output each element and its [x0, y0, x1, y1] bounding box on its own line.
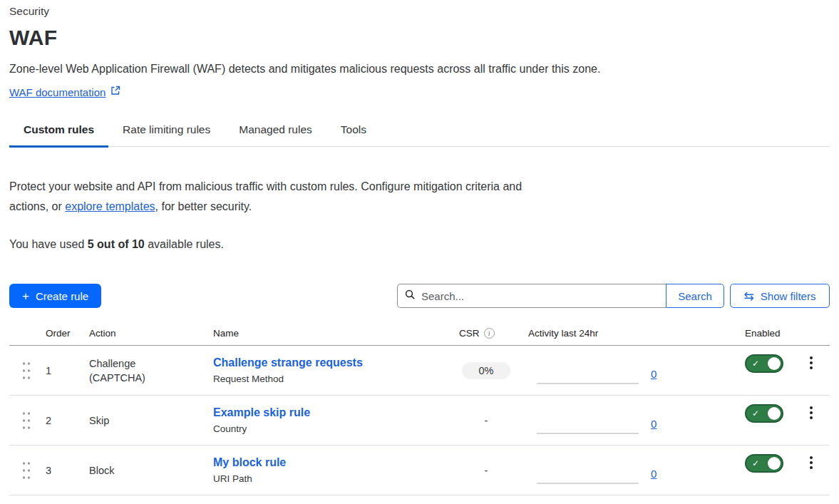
waf-documentation-link[interactable]: WAF documentation: [9, 86, 105, 98]
doc-link-row: WAF documentation: [9, 86, 830, 98]
rule-name-cell: My block rule URI Path: [213, 456, 459, 485]
show-filters-button[interactable]: ⇆ Show filters: [730, 284, 830, 308]
table-header-row: Order Action Name CSR i Activity last 24…: [9, 328, 830, 346]
usage-suffix: available rules.: [145, 238, 224, 250]
rule-order: 2: [46, 415, 89, 426]
search-icon: [405, 289, 416, 303]
csr-value: -: [485, 415, 488, 426]
rule-menu-cell: [804, 346, 830, 371]
toggle-knob: [768, 457, 781, 470]
header-menu-spacer: [804, 328, 830, 339]
tab-managed-rules[interactable]: Managed rules: [225, 123, 326, 146]
tab-bar: Custom rules Rate limiting rules Managed…: [9, 123, 830, 147]
tab-custom-rules[interactable]: Custom rules: [9, 123, 108, 146]
header-handle-spacer: [9, 328, 46, 339]
explore-templates-link[interactable]: explore templates: [65, 200, 155, 212]
header-enabled: Enabled: [745, 328, 804, 339]
create-rule-label: Create rule: [36, 290, 88, 302]
activity-sparkline: [537, 433, 639, 434]
enabled-toggle[interactable]: ✓: [745, 354, 783, 373]
drag-handle-icon: [21, 411, 31, 431]
drag-handle[interactable]: [9, 461, 46, 480]
info-icon[interactable]: i: [484, 328, 495, 339]
drag-handle[interactable]: [9, 361, 46, 381]
rule-csr-cell: -: [459, 464, 528, 477]
check-icon: ✓: [752, 458, 759, 468]
usage-summary: You have used 5 out of 10 available rule…: [9, 238, 830, 251]
usage-prefix: You have used: [9, 238, 88, 250]
rule-name-cell: Example skip rule Country: [213, 406, 459, 435]
rule-name-link[interactable]: Challenge strange requests: [213, 356, 459, 370]
rule-name-link[interactable]: Example skip rule: [213, 406, 459, 420]
usage-count: 5 out of 10: [88, 238, 145, 250]
check-icon: ✓: [752, 408, 759, 418]
activity-sparkline: [537, 383, 639, 384]
create-rule-button[interactable]: + Create rule: [9, 284, 101, 308]
breadcrumb: Security: [9, 4, 830, 19]
kebab-menu-button[interactable]: [805, 354, 817, 371]
header-order: Order: [46, 328, 89, 339]
toolbar: + Create rule Search ⇆ Show fil: [9, 284, 830, 308]
rule-name-link[interactable]: My block rule: [213, 456, 459, 470]
rule-enabled-cell: ✓: [745, 446, 804, 473]
header-name: Name: [213, 328, 459, 339]
search-input[interactable]: [421, 290, 659, 302]
intro-text: Protect your website and API from malici…: [9, 177, 538, 217]
intro-after: , for better security.: [155, 200, 252, 212]
rule-order: 3: [46, 465, 89, 476]
drag-handle-icon: [21, 461, 31, 480]
check-icon: ✓: [752, 359, 759, 369]
search-box: [397, 284, 666, 308]
search-area: Search ⇆ Show filters: [397, 284, 830, 308]
waf-page: Security WAF Zone-level Web Application …: [0, 0, 839, 504]
activity-count-link[interactable]: 0: [651, 468, 657, 480]
header-csr: CSR i: [459, 328, 528, 339]
rule-action: Block: [89, 463, 213, 478]
drag-handle-icon: [21, 361, 31, 381]
toggle-knob: [768, 407, 781, 420]
kebab-menu-button[interactable]: [805, 404, 817, 421]
table-row: 2 Skip Example skip rule Country - 0 ✓: [9, 396, 830, 446]
kebab-menu-button[interactable]: [805, 454, 817, 471]
activity-count-link[interactable]: 0: [651, 418, 657, 430]
activity-count-link[interactable]: 0: [651, 368, 657, 380]
rule-activity-cell: 0: [528, 446, 745, 495]
search-button[interactable]: Search: [666, 284, 724, 308]
search-group: Search: [397, 284, 724, 308]
csr-value: -: [485, 465, 488, 476]
rule-action: Skip: [89, 413, 213, 428]
tab-rate-limiting-rules[interactable]: Rate limiting rules: [108, 123, 225, 146]
rule-action: Challenge (CAPTCHA): [89, 356, 213, 385]
rule-menu-cell: [804, 396, 830, 421]
rule-field: Country: [213, 423, 459, 435]
activity-sparkline: [537, 483, 639, 484]
enabled-toggle[interactable]: ✓: [745, 454, 783, 473]
header-csr-label: CSR: [459, 328, 480, 339]
enabled-toggle[interactable]: ✓: [745, 404, 783, 423]
swap-arrows-icon: ⇆: [744, 290, 754, 302]
table-row: 3 Block My block rule URI Path - 0 ✓: [9, 446, 830, 495]
page-title: WAF: [9, 24, 830, 51]
header-action: Action: [89, 328, 213, 339]
rule-csr-cell: -: [459, 414, 528, 427]
rule-csr-cell: 0%: [459, 362, 528, 379]
tab-tools[interactable]: Tools: [326, 123, 381, 146]
external-link-icon: [110, 86, 120, 98]
csr-value-badge: 0%: [462, 362, 510, 379]
rule-menu-cell: [804, 446, 830, 471]
rule-activity-cell: 0: [528, 346, 745, 395]
show-filters-label: Show filters: [761, 290, 816, 302]
rule-field: Request Method: [213, 374, 459, 385]
rules-table: Order Action Name CSR i Activity last 24…: [9, 328, 830, 495]
rule-activity-cell: 0: [528, 396, 745, 445]
rule-field: URI Path: [213, 473, 459, 485]
plus-icon: +: [22, 290, 29, 302]
rule-order: 1: [46, 365, 89, 376]
drag-handle[interactable]: [9, 411, 46, 431]
toggle-knob: [768, 357, 781, 370]
rule-enabled-cell: ✓: [745, 346, 804, 373]
header-activity: Activity last 24hr: [528, 328, 745, 339]
page-description: Zone-level Web Application Firewall (WAF…: [9, 61, 830, 77]
rule-name-cell: Challenge strange requests Request Metho…: [213, 356, 459, 385]
rule-enabled-cell: ✓: [745, 396, 804, 423]
